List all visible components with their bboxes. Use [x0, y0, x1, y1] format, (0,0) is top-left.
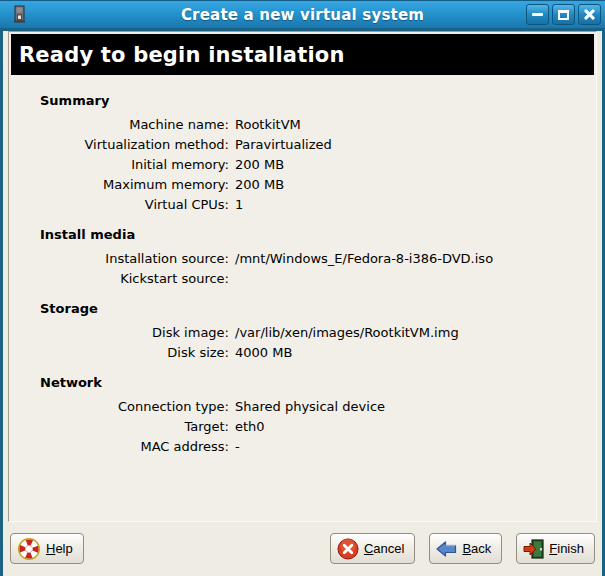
maximize-icon: [558, 10, 569, 20]
field-label: Initial memory:: [9, 155, 229, 175]
summary-row: Target: eth0: [9, 417, 596, 437]
field-value: /mnt/Windows_E/Fedora-8-i386-DVD.iso: [235, 249, 596, 269]
help-button[interactable]: Help: [10, 533, 84, 564]
section-title: Storage: [9, 301, 596, 317]
field-label: Target:: [9, 417, 229, 437]
cancel-button[interactable]: Cancel: [330, 533, 415, 564]
summary-row: Kickstart source:: [9, 269, 596, 289]
section-title: Install media: [9, 227, 596, 243]
summary-row: Disk size: 4000 MB: [9, 343, 596, 363]
field-value: Paravirtualized: [235, 135, 596, 155]
section-title: Summary: [9, 93, 596, 109]
summary-row: Virtualization method: Paravirtualized: [9, 135, 596, 155]
section-summary: Summary Machine name: RootkitVM Virtuali…: [9, 93, 596, 215]
page-header: Ready to begin installation: [11, 34, 594, 75]
field-value: RootkitVM: [235, 115, 596, 135]
summary-row: Installation source: /mnt/Windows_E/Fedo…: [9, 249, 596, 269]
cancel-icon: [337, 538, 359, 560]
field-value: [235, 269, 596, 289]
wizard-page-frame: Ready to begin installation Summary Mach…: [8, 31, 597, 522]
back-button-label: Back: [462, 541, 491, 556]
field-value: Shared physical device: [235, 397, 596, 417]
field-label: Installation source:: [9, 249, 229, 269]
field-value: eth0: [235, 417, 596, 437]
help-button-label: Help: [46, 541, 73, 556]
minimize-icon: [532, 13, 543, 16]
field-label: Virtualization method:: [9, 135, 229, 155]
titlebar[interactable]: Create a new virtual system: [0, 0, 605, 28]
minimize-button[interactable]: [526, 4, 549, 25]
close-icon: [583, 8, 596, 21]
page-title: Ready to begin installation: [19, 43, 345, 67]
back-icon: [436, 540, 457, 558]
summary-row: Machine name: RootkitVM: [9, 115, 596, 135]
finish-button-label: Finish: [549, 541, 584, 556]
field-value: 200 MB: [235, 175, 596, 195]
summary-row: MAC address: -: [9, 437, 596, 457]
help-icon: [17, 537, 41, 561]
back-button[interactable]: Back: [429, 533, 502, 564]
maximize-button[interactable]: [552, 4, 575, 25]
field-label: Virtual CPUs:: [9, 195, 229, 215]
section-network: Network Connection type: Shared physical…: [9, 375, 596, 457]
field-label: Disk image:: [9, 323, 229, 343]
window-icon: [13, 5, 27, 24]
field-label: Connection type:: [9, 397, 229, 417]
summary-row: Maximum memory: 200 MB: [9, 175, 596, 195]
summary-row: Disk image: /var/lib/xen/images/RootkitV…: [9, 323, 596, 343]
section-storage: Storage Disk image: /var/lib/xen/images/…: [9, 301, 596, 363]
summary-content: Summary Machine name: RootkitVM Virtuali…: [9, 77, 596, 457]
summary-row: Connection type: Shared physical device: [9, 397, 596, 417]
field-label: Disk size:: [9, 343, 229, 363]
section-title: Network: [9, 375, 596, 391]
window-title: Create a new virtual system: [0, 6, 605, 24]
field-value: 4000 MB: [235, 343, 596, 363]
finish-button[interactable]: Finish: [516, 533, 595, 564]
summary-row: Virtual CPUs: 1: [9, 195, 596, 215]
section-install-media: Install media Installation source: /mnt/…: [9, 227, 596, 289]
field-label: Kickstart source:: [9, 269, 229, 289]
dialog-body: Ready to begin installation Summary Mach…: [0, 31, 605, 576]
cancel-button-label: Cancel: [364, 541, 404, 556]
field-label: Maximum memory:: [9, 175, 229, 195]
field-value: 1: [235, 195, 596, 215]
summary-row: Initial memory: 200 MB: [9, 155, 596, 175]
field-value: -: [235, 437, 596, 457]
field-label: MAC address:: [9, 437, 229, 457]
field-value: 200 MB: [235, 155, 596, 175]
finish-icon: [523, 539, 544, 559]
button-bar: Help Cancel Back: [10, 533, 595, 564]
close-button[interactable]: [578, 4, 601, 25]
field-value: /var/lib/xen/images/RootkitVM.img: [235, 323, 596, 343]
field-label: Machine name:: [9, 115, 229, 135]
dialog-window: Create a new virtual system Ready to beg…: [0, 0, 605, 576]
